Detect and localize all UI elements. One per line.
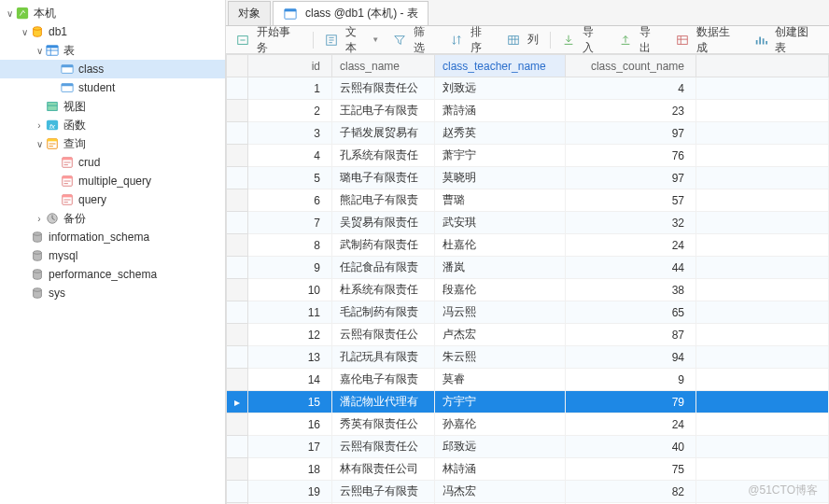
queries-folder[interactable]: ∨查询 [0, 134, 225, 153]
cell-class-name[interactable]: 林有限责任公司 [332, 458, 435, 481]
cell-class-teacher-name[interactable]: 武安琪 [435, 212, 566, 234]
filter-button[interactable]: 筛选 [386, 21, 442, 59]
table-class[interactable]: class [0, 60, 225, 78]
cell-class-name[interactable]: 熊記电子有限责 [332, 189, 435, 212]
cell-id[interactable]: 7 [248, 212, 332, 234]
table-row[interactable]: 17云熙有限责任公邱致远40 [227, 436, 829, 458]
cell-class-count-name[interactable]: 23 [566, 100, 696, 122]
col-class-teacher-name[interactable]: class_teacher_name [435, 55, 566, 77]
cell-id[interactable]: 16 [248, 413, 332, 436]
table-row[interactable]: 11毛記制药有限责冯云熙65 [227, 301, 829, 324]
cell-class-teacher-name[interactable]: 林詩涵 [435, 458, 566, 481]
cell-id[interactable]: 17 [248, 436, 332, 458]
table-row[interactable]: 3子韬发展贸易有赵秀英97 [227, 122, 829, 145]
cell-class-name[interactable]: 吴贸易有限责任 [332, 212, 435, 234]
db-performance-schema[interactable]: performance_schema [0, 265, 225, 284]
cell-id[interactable]: 5 [248, 167, 332, 189]
cell-class-count-name[interactable]: 76 [566, 145, 696, 167]
text-button[interactable]: 文本▼ [319, 21, 386, 59]
twisty-icon[interactable]: › [34, 214, 45, 224]
cell-class-teacher-name[interactable]: 方宇宁 [435, 391, 566, 413]
cell-id[interactable]: 12 [248, 324, 332, 346]
cell-class-name[interactable]: 杜系统有限责任 [332, 279, 435, 301]
cell-class-name[interactable]: 子韬发展贸易有 [332, 122, 435, 145]
cell-id[interactable]: 3 [248, 122, 332, 145]
cell-id[interactable]: 15 [248, 391, 332, 413]
cell-class-name[interactable]: 潘記物业代理有 [332, 391, 435, 413]
cell-class-count-name[interactable]: 94 [566, 346, 696, 369]
table-row[interactable]: 9任記食品有限责潘岚44 [227, 257, 829, 279]
table-row[interactable]: 16秀英有限责任公孙嘉伦24 [227, 413, 829, 436]
cell-class-count-name[interactable]: 40 [566, 436, 696, 458]
cell-class-count-name[interactable]: 97 [566, 167, 696, 189]
cell-id[interactable]: 11 [248, 301, 332, 324]
cell-id[interactable]: 6 [248, 189, 332, 212]
tables-folder[interactable]: ∨表 [0, 41, 225, 60]
cell-id[interactable]: 1 [248, 77, 332, 100]
cell-class-name[interactable]: 孔記玩具有限责 [332, 346, 435, 369]
cell-id[interactable]: 18 [248, 458, 332, 481]
cell-id[interactable]: 2 [248, 100, 332, 122]
cell-class-name[interactable]: 王記电子有限责 [332, 100, 435, 122]
twisty-icon[interactable]: ∨ [4, 8, 15, 19]
cell-class-count-name[interactable]: 9 [566, 369, 696, 391]
cell-class-name[interactable]: 云熙有限责任公 [332, 77, 435, 100]
cell-class-count-name[interactable]: 44 [566, 257, 696, 279]
cell-class-teacher-name[interactable]: 段嘉伦 [435, 279, 566, 301]
cell-class-name[interactable]: 云熙有限责任公 [332, 324, 435, 346]
cell-id[interactable]: 10 [248, 279, 332, 301]
backup-folder[interactable]: ›备份 [0, 209, 225, 228]
col-class-count-name[interactable]: class_count_name [566, 55, 696, 77]
cell-class-count-name[interactable]: 75 [566, 458, 696, 481]
cell-class-count-name[interactable]: 79 [566, 391, 696, 413]
cell-class-teacher-name[interactable]: 赵秀英 [435, 122, 566, 145]
cell-class-teacher-name[interactable]: 潘岚 [435, 257, 566, 279]
sort-button[interactable]: 排序 [443, 21, 499, 59]
col-id[interactable]: id [248, 55, 332, 77]
cell-class-count-name[interactable]: 24 [566, 413, 696, 436]
col-class-name[interactable]: class_name [332, 55, 435, 77]
cell-class-name[interactable]: 秀英有限责任公 [332, 413, 435, 436]
table-row[interactable]: 12云熙有限责任公卢杰宏87 [227, 324, 829, 346]
views-folder[interactable]: 视图 [0, 97, 225, 116]
cell-class-name[interactable]: 武制药有限责任 [332, 234, 435, 257]
table-student[interactable]: student [0, 78, 225, 97]
cell-class-count-name[interactable]: 38 [566, 279, 696, 301]
table-row[interactable]: 5璐电子有限责任莫晓明97 [227, 167, 829, 189]
cell-class-name[interactable]: 嘉伦电子有限责 [332, 369, 435, 391]
cell-class-teacher-name[interactable]: 孙嘉伦 [435, 413, 566, 436]
cell-class-count-name[interactable]: 97 [566, 122, 696, 145]
table-row[interactable]: 1云熙有限责任公刘致远4 [227, 77, 829, 100]
cell-class-count-name[interactable]: 87 [566, 324, 696, 346]
db-information-schema[interactable]: information_schema [0, 228, 225, 246]
cell-class-count-name[interactable]: 24 [566, 234, 696, 257]
cell-class-name[interactable]: 毛記制药有限责 [332, 301, 435, 324]
cell-class-count-name[interactable]: 4 [566, 77, 696, 100]
cell-class-teacher-name[interactable]: 曹璐 [435, 189, 566, 212]
cell-class-teacher-name[interactable]: 萧詩涵 [435, 100, 566, 122]
query-query[interactable]: query [0, 190, 225, 209]
cell-class-teacher-name[interactable]: 朱云熙 [435, 346, 566, 369]
twisty-icon[interactable]: ∨ [19, 27, 30, 37]
cell-class-teacher-name[interactable]: 卢杰宏 [435, 324, 566, 346]
cell-class-name[interactable]: 孔系统有限责任 [332, 145, 435, 167]
cell-class-teacher-name[interactable]: 冯杰宏 [435, 481, 566, 503]
cell-class-teacher-name[interactable]: 莫睿 [435, 369, 566, 391]
query-multiple[interactable]: multiple_query [0, 172, 225, 190]
columns-button[interactable]: 列 [500, 29, 544, 50]
table-row[interactable]: 8武制药有限责任杜嘉伦24 [227, 234, 829, 257]
cell-class-teacher-name[interactable]: 邱致远 [435, 436, 566, 458]
cell-class-name[interactable]: 云熙电子有限责 [332, 481, 435, 503]
cell-class-count-name[interactable]: 57 [566, 189, 696, 212]
db-sys[interactable]: sys [0, 284, 225, 302]
data-grid[interactable]: id class_name class_teacher_name class_c… [226, 54, 829, 504]
cell-class-teacher-name[interactable]: 刘致远 [435, 77, 566, 100]
table-row[interactable]: 18林有限责任公司林詩涵75 [227, 458, 829, 481]
cell-id[interactable]: 19 [248, 481, 332, 503]
cell-class-count-name[interactable]: 32 [566, 212, 696, 234]
cell-class-name[interactable]: 任記食品有限责 [332, 257, 435, 279]
host[interactable]: ∨本机 [0, 4, 225, 22]
cell-class-name[interactable]: 璐电子有限责任 [332, 167, 435, 189]
cell-class-teacher-name[interactable]: 莫晓明 [435, 167, 566, 189]
chart-button[interactable]: 创建图表 [748, 21, 825, 59]
